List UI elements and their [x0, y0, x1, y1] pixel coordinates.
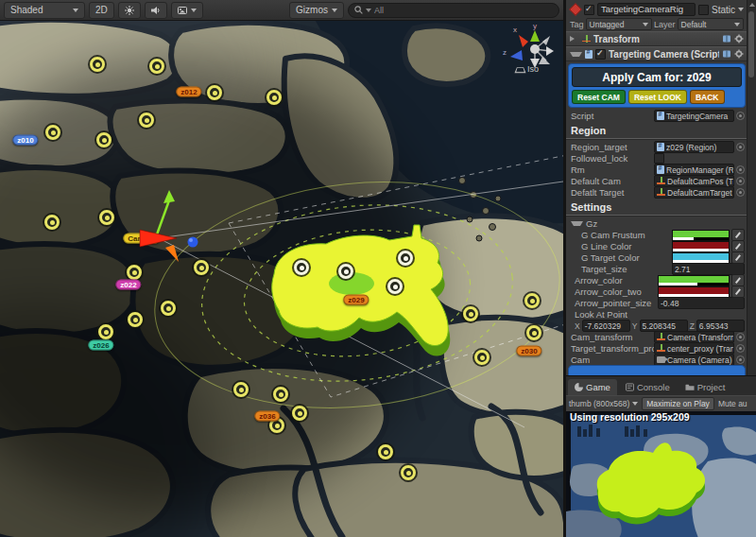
- scene-map-render[interactable]: [0, 0, 563, 537]
- draw-mode-dropdown[interactable]: Shaded: [4, 2, 85, 19]
- cam-frustum-color-swatch[interactable]: [672, 230, 730, 241]
- town-marker[interactable]: [292, 406, 307, 421]
- default-target-field[interactable]: DefaultCamTarget (T: [654, 186, 734, 199]
- followed-lock-checkbox[interactable]: [654, 153, 664, 164]
- scene-search-input[interactable]: All: [348, 3, 559, 18]
- scrollbar-thumb[interactable]: [748, 11, 754, 78]
- town-marker[interactable]: [207, 85, 222, 100]
- foldout-expanded-icon[interactable]: [570, 52, 582, 57]
- resolution-dropdown[interactable]: thumb (756x537): [569, 399, 638, 408]
- object-picker-icon[interactable]: [736, 355, 745, 364]
- region-label-z012[interactable]: z012: [176, 87, 201, 97]
- town-marker[interactable]: [378, 444, 393, 459]
- town-marker[interactable]: [398, 251, 413, 266]
- town-marker[interactable]: [139, 113, 154, 128]
- targeting-camera-component-header[interactable]: Targeting Camera (Script): [566, 46, 747, 61]
- tag-dropdown[interactable]: Untagged: [586, 18, 652, 30]
- region-label-z029[interactable]: z029: [343, 295, 369, 305]
- town-marker[interactable]: [273, 387, 288, 402]
- gizmo-pointer-cone[interactable]: [165, 245, 179, 262]
- object-picker-icon[interactable]: [736, 143, 745, 151]
- x-value-field[interactable]: -7.620329: [582, 320, 630, 332]
- town-marker[interactable]: [161, 301, 176, 316]
- script-object-field[interactable]: TargetingCamera: [654, 110, 734, 122]
- town-marker[interactable]: [526, 325, 541, 340]
- scene-view[interactable]: y x z Iso: [0, 0, 563, 537]
- back-button[interactable]: BACK: [690, 90, 725, 104]
- tab-console[interactable]: Console: [619, 379, 677, 395]
- town-marker[interactable]: [233, 382, 249, 397]
- town-marker[interactable]: [96, 132, 112, 147]
- town-marker[interactable]: [45, 125, 60, 140]
- town-marker[interactable]: [474, 350, 490, 365]
- gizmos-dropdown[interactable]: Gizmos: [289, 2, 344, 19]
- region-label-z022[interactable]: z022: [115, 280, 141, 290]
- gear-icon[interactable]: [734, 34, 744, 43]
- town-marker[interactable]: [44, 215, 60, 230]
- reset-cam-button[interactable]: Reset CAM: [572, 90, 626, 104]
- active-checkbox[interactable]: [584, 5, 594, 15]
- gizmo-z-handle[interactable]: [188, 237, 198, 248]
- town-marker[interactable]: [266, 90, 282, 105]
- object-picker-icon[interactable]: [736, 177, 745, 185]
- projection-mode-label[interactable]: Iso: [516, 64, 539, 74]
- town-marker[interactable]: [98, 324, 113, 339]
- effects-dropdown[interactable]: [171, 2, 203, 19]
- scroll-up-icon[interactable]: [749, 3, 755, 7]
- static-checkbox[interactable]: [698, 5, 709, 15]
- eyedropper-icon[interactable]: [731, 286, 745, 298]
- gameobject-name-field[interactable]: TargetingCameraRig: [597, 3, 696, 16]
- 2d-toggle-button[interactable]: 2D: [89, 2, 114, 19]
- town-marker[interactable]: [294, 260, 309, 275]
- gear-icon[interactable]: [734, 49, 744, 59]
- object-picker-icon[interactable]: [736, 344, 745, 353]
- town-marker[interactable]: [524, 293, 540, 308]
- maximize-on-play-button[interactable]: Maximize on Play: [642, 397, 714, 410]
- mute-audio-button[interactable]: Mute au: [718, 399, 747, 408]
- gizmo-y-axis-arrow[interactable]: [157, 200, 169, 234]
- line-color-swatch[interactable]: [672, 241, 730, 252]
- object-picker-icon[interactable]: [736, 188, 745, 197]
- town-marker[interactable]: [128, 312, 143, 327]
- town-marker[interactable]: [90, 57, 105, 72]
- town-marker[interactable]: [401, 465, 416, 480]
- object-picker-icon[interactable]: [736, 333, 745, 341]
- foldout-expanded-icon[interactable]: [571, 221, 583, 226]
- town-marker[interactable]: [387, 279, 403, 294]
- region-label-z010[interactable]: z010: [12, 135, 38, 146]
- apply-cam-button[interactable]: Apply Cam for: z029: [572, 67, 742, 87]
- lighting-toggle-button[interactable]: [118, 2, 141, 19]
- foldout-collapsed-icon[interactable]: [570, 36, 579, 42]
- town-marker[interactable]: [463, 306, 478, 321]
- help-book-icon[interactable]: [722, 49, 731, 59]
- transform-component-header[interactable]: Transform: [566, 31, 747, 46]
- component-enabled-checkbox[interactable]: [595, 49, 606, 60]
- camera-transform-gizmo[interactable]: [113, 184, 208, 279]
- static-dropdown-icon[interactable]: [738, 8, 744, 11]
- audio-toggle-button[interactable]: [145, 2, 167, 19]
- arrow-color-swatch[interactable]: [658, 275, 730, 286]
- reset-look-button[interactable]: Reset LOOK: [628, 90, 687, 104]
- target-color-swatch[interactable]: [672, 252, 730, 264]
- tab-game[interactable]: Game: [568, 379, 617, 395]
- object-picker-icon[interactable]: [736, 165, 745, 174]
- layer-dropdown[interactable]: Default: [678, 18, 744, 30]
- gizmo-axis-z[interactable]: [510, 50, 523, 61]
- gizmo-axis-y[interactable]: [530, 30, 540, 42]
- gizmo-center-sphere[interactable]: [530, 44, 540, 54]
- arrow-pointer-size-field[interactable]: -0.48: [658, 297, 745, 309]
- game-view-render[interactable]: Using resolution 295x209: [566, 411, 756, 537]
- gizmo-axis-x[interactable]: [519, 35, 528, 47]
- gz-foldout-row[interactable]: Gz: [566, 218, 747, 229]
- town-marker[interactable]: [99, 210, 114, 225]
- region-label-z026[interactable]: z026: [88, 340, 113, 351]
- region-label-z030[interactable]: z030: [516, 346, 541, 356]
- inspector-scrollbar[interactable]: [747, 0, 756, 375]
- town-marker[interactable]: [149, 59, 164, 74]
- region-label-z036[interactable]: z036: [254, 411, 280, 422]
- tab-project[interactable]: Project: [679, 379, 732, 395]
- arrow-color-two-swatch[interactable]: [658, 286, 730, 298]
- town-marker[interactable]: [338, 264, 353, 279]
- region-target-field[interactable]: z029 (Region): [654, 141, 734, 153]
- eyedropper-icon[interactable]: [731, 251, 745, 264]
